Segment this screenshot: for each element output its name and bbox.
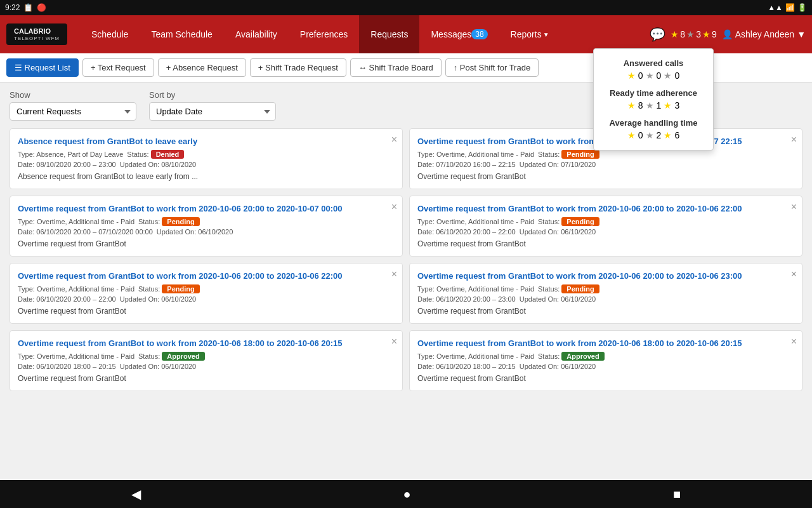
star-icon: ★ <box>646 100 654 110</box>
card-close-3[interactable]: × <box>391 201 397 213</box>
app-icon-2: 🔴 <box>37 3 46 12</box>
status-label-7: Status: Approved <box>138 352 205 361</box>
post-shift-for-trade-button[interactable]: ↑ Post Shift for Trade <box>445 58 539 77</box>
battery-icon: 🔋 <box>797 3 807 12</box>
status-label-6: Status: Pending <box>538 284 599 293</box>
card-body-2: Overtime request from GrantBot <box>417 172 794 181</box>
date-range-5: Date: 06/10/2020 20:00 – 22:00 <box>18 295 116 303</box>
request-card-1[interactable]: × Absence request from GrantBot to leave… <box>10 128 403 189</box>
request-card-7[interactable]: × Overtime request from GrantBot to work… <box>10 330 403 391</box>
val1: 0 <box>638 70 643 81</box>
app-icon-1: 📋 <box>23 3 33 12</box>
status-label-3: Status: Pending <box>138 217 200 226</box>
request-card-5[interactable]: × Overtime request from GrantBot to work… <box>10 263 403 324</box>
card-title-8: Overtime request from GrantBot to work f… <box>417 338 794 348</box>
card-close-4[interactable]: × <box>791 201 797 213</box>
card-close-7[interactable]: × <box>391 336 397 347</box>
popup-ready-time-title: Ready time adherence <box>606 88 700 98</box>
card-date-5: Date: 06/10/2020 20:00 – 22:00 Updated O… <box>18 295 395 303</box>
type-label-8: Type: Overtime, Additional time - Paid <box>417 352 534 360</box>
request-card-3[interactable]: × Overtime request from GrantBot to work… <box>10 196 403 257</box>
navbar: CALABRIO TELEOPTI WFM Schedule Team Sche… <box>0 15 812 53</box>
val2: 0 <box>657 70 662 81</box>
type-label-1: Type: Absence, Part of Day Leave <box>18 150 123 158</box>
status-badge-1: Denied <box>151 150 185 159</box>
card-close-2[interactable]: × <box>791 134 797 145</box>
rating-popup: Answered calls ★0 ★0 ★0 Ready time adher… <box>593 48 714 150</box>
logo: CALABRIO TELEOPTI WFM <box>6 23 67 45</box>
status-label-2: Status: Pending <box>538 150 599 159</box>
type-label-6: Type: Overtime, Additional time - Paid <box>417 285 534 293</box>
card-body-5: Overtime request from GrantBot <box>18 307 395 316</box>
val2: 2 <box>657 130 662 140</box>
star-icon: ★ <box>627 70 636 81</box>
request-card-8[interactable]: × Overtime request from GrantBot to work… <box>409 330 802 391</box>
star-icon: ★ <box>627 100 636 110</box>
val3: 3 <box>674 100 679 110</box>
popup-ready-time: Ready time adherence ★8 ★1 ★3 <box>606 88 700 110</box>
user-name: Ashley Andeen <box>735 29 794 39</box>
home-button[interactable]: ● <box>377 482 436 507</box>
show-select[interactable]: Current Requests Past Requests All Reque… <box>10 102 136 121</box>
show-filter-group: Show Current Requests Past Requests All … <box>10 90 136 121</box>
card-close-5[interactable]: × <box>391 269 397 280</box>
shift-trade-board-button[interactable]: ↔ Shift Trade Board <box>350 58 442 77</box>
sort-filter-group: Sort by Update Date Request Date Status <box>149 90 276 121</box>
back-button[interactable]: ◀ <box>106 481 166 507</box>
card-date-8: Date: 06/10/2020 18:00 – 20:15 Updated O… <box>417 363 794 370</box>
star-val-3: 9 <box>712 29 717 39</box>
updated-on-6: Updated On: 06/10/2020 <box>520 295 596 303</box>
bottom-nav: ◀ ● ■ <box>0 480 812 508</box>
card-date-7: Date: 06/10/2020 18:00 – 20:15 Updated O… <box>18 363 395 370</box>
star-icon: ★ <box>664 100 672 110</box>
date-range-3: Date: 06/10/2020 20:00 – 07/10/2020 00:0… <box>18 228 153 236</box>
star-val-2: 3 <box>696 29 701 39</box>
nav-right: 💬 ★ 8 ★ 3 ★ 9 👤 Ashley Andeen ▼ <box>650 27 806 42</box>
nav-reports[interactable]: Reports ▼ <box>499 15 561 53</box>
type-label-3: Type: Overtime, Additional time - Paid <box>18 218 134 225</box>
status-badge-4: Pending <box>561 217 599 226</box>
type-label-7: Type: Overtime, Additional time - Paid <box>18 352 134 360</box>
status-bar: 9:22 📋 🔴 ▲▲ 📶 🔋 <box>0 0 812 15</box>
recents-button[interactable]: ■ <box>648 482 706 507</box>
nav-schedule[interactable]: Schedule <box>80 15 140 53</box>
card-close-8[interactable]: × <box>791 336 797 347</box>
card-close-1[interactable]: × <box>391 134 397 145</box>
text-request-button[interactable]: + Text Request <box>82 58 154 77</box>
shift-trade-request-button[interactable]: + Shift Trade Request <box>250 58 346 77</box>
updated-on-7: Updated On: 06/10/2020 <box>120 363 196 370</box>
status-label-4: Status: Pending <box>538 217 599 226</box>
absence-request-button[interactable]: + Absence Request <box>158 58 246 77</box>
updated-on-1: Updated On: 08/10/2020 <box>120 161 196 168</box>
nav-team-schedule[interactable]: Team Schedule <box>140 15 224 53</box>
nav-availability[interactable]: Availability <box>224 15 289 53</box>
nav-preferences[interactable]: Preferences <box>289 15 359 53</box>
card-meta-2: Type: Overtime, Additional time - Paid S… <box>417 150 794 159</box>
status-label-8: Status: Approved <box>538 352 605 361</box>
val3: 0 <box>674 70 679 81</box>
card-body-4: Overtime request from GrantBot <box>417 239 794 248</box>
chat-icon[interactable]: 💬 <box>650 27 665 42</box>
star-icon: ★ <box>664 130 672 140</box>
date-range-7: Date: 06/10/2020 18:00 – 20:15 <box>18 363 116 370</box>
card-meta-1: Type: Absence, Part of Day Leave Status:… <box>18 150 395 159</box>
signal-icon: 📶 <box>785 3 795 12</box>
sort-select[interactable]: Update Date Request Date Status <box>149 102 276 121</box>
val1: 0 <box>638 130 643 140</box>
request-card-4[interactable]: × Overtime request from GrantBot to work… <box>409 196 802 257</box>
updated-on-8: Updated On: 06/10/2020 <box>520 363 596 370</box>
date-range-2: Date: 07/10/2020 16:00 – 22:15 <box>417 161 516 168</box>
nav-messages[interactable]: Messages 38 <box>419 15 499 53</box>
date-range-8: Date: 06/10/2020 18:00 – 20:15 <box>417 363 516 370</box>
card-close-6[interactable]: × <box>791 269 797 280</box>
star-icon: ★ <box>627 130 636 140</box>
card-title-1: Absence request from GrantBot to leave e… <box>18 137 395 146</box>
card-date-4: Date: 06/10/2020 20:00 – 22:00 Updated O… <box>417 228 794 236</box>
request-card-6[interactable]: × Overtime request from GrantBot to work… <box>409 263 802 324</box>
type-label-2: Type: Overtime, Additional time - Paid <box>417 150 534 158</box>
updated-on-4: Updated On: 06/10/2020 <box>520 228 596 236</box>
nav-requests[interactable]: Requests <box>359 15 419 53</box>
logo-name: CALABRIO <box>14 27 60 36</box>
request-list-button[interactable]: ☰ Request List <box>6 58 79 77</box>
user-menu[interactable]: 👤 Ashley Andeen ▼ <box>722 29 806 39</box>
